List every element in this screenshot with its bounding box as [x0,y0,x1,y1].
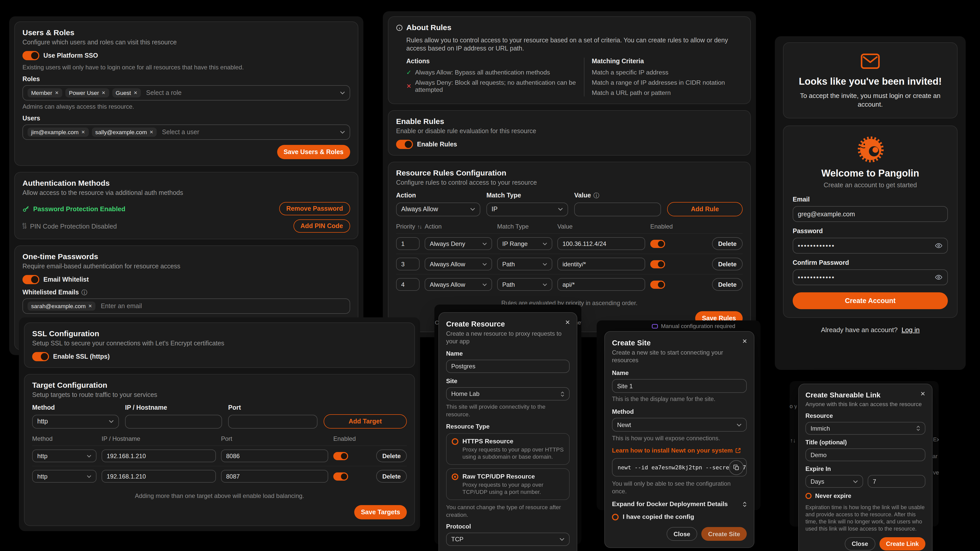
password-field[interactable]: •••••••••••• [793,238,948,254]
create-link-button[interactable]: Create Link [880,537,926,551]
users-multiselect[interactable]: jim@example.com✕ sally@example.com✕ Sele… [22,124,350,140]
port-input[interactable]: 8087 [221,470,328,483]
never-expire-radio[interactable] [805,493,811,499]
login-link[interactable]: Log in [902,326,920,333]
close-icon[interactable]: ✕ [920,390,925,397]
learn-newt-link[interactable]: Learn how to install Newt on your system [612,447,733,454]
method-select[interactable]: http [32,449,97,462]
rule-enabled-toggle[interactable] [650,280,665,289]
delete-target-button[interactable]: Delete [376,449,407,462]
value-input[interactable]: 100.36.112.4/24 [557,237,645,250]
card-users-roles: Users & Roles Configure which users and … [14,21,358,166]
copy-icon[interactable] [729,460,744,475]
match-select[interactable]: IP Range [497,237,552,250]
add-rule-button[interactable]: Add Rule [667,202,743,216]
value-input[interactable] [574,202,661,216]
method-select[interactable]: http [32,470,97,483]
target-enabled-toggle[interactable] [333,452,348,460]
host-input[interactable] [125,414,222,428]
roles-note: Admins can always access this resource. [22,103,350,111]
chevron-down-icon [482,283,487,286]
title-input[interactable]: Demo [805,448,925,461]
docker-expand-row[interactable]: Expand for Docker Deployment Details [612,500,747,508]
eye-icon[interactable] [935,243,942,248]
action-select[interactable]: Always Allow [425,278,492,291]
close-button[interactable]: Close [667,527,697,541]
welcome-subtitle: Create an account to get started [793,181,948,189]
chip-remove-icon[interactable]: ✕ [88,303,92,310]
action-select[interactable]: Always Allow [425,258,492,270]
https-resource-option[interactable]: HTTPS Resource Proxy requests to your ap… [446,433,570,465]
invite-subtitle: To accept the invite, you must login or … [792,91,949,109]
confirm-password-field[interactable]: •••••••••••• [793,269,948,285]
rule-enabled-toggle[interactable] [650,260,665,268]
add-target-button[interactable]: Add Target [324,414,407,429]
action-select[interactable]: Always Allow [396,202,480,216]
save-targets-button[interactable]: Save Targets [354,505,407,519]
match-select[interactable]: Path [497,278,552,291]
roles-multiselect[interactable]: Member✕ Power User✕ Guest✕ Select a role [22,85,350,100]
action-select[interactable]: Always Deny [425,237,492,250]
emails-input[interactable]: sarah@example.com✕ Enter an email [22,299,350,314]
match-select[interactable]: Path [497,258,552,270]
enable-ssl-toggle[interactable] [32,352,49,361]
resource-select[interactable]: Immich [805,422,925,435]
email-whitelist-toggle[interactable] [22,275,39,284]
use-platform-sso-toggle[interactable] [22,51,39,60]
sort-icon[interactable]: ↑↓ [417,224,422,230]
priority-input[interactable]: 3 [396,258,420,270]
delete-target-button[interactable]: Delete [376,470,407,483]
chip-remove-icon[interactable]: ✕ [55,89,59,97]
host-input[interactable]: 192.168.1.210 [102,470,216,483]
modal-title: Create Shareable Link [805,390,925,400]
priority-input[interactable]: 1 [396,237,420,250]
chip-remove-icon[interactable]: ✕ [150,129,153,136]
close-icon[interactable]: ✕ [742,338,747,345]
delete-rule-button[interactable]: Delete [712,237,743,250]
host-input[interactable]: 192.168.1.210 [102,449,216,462]
create-account-button[interactable]: Create Account [793,292,948,309]
raw-tcp-udp-option[interactable]: Raw TCP/UDP Resource Proxy requests to y… [446,468,570,500]
rule-enabled-toggle[interactable] [650,240,665,248]
site-select[interactable]: Home Lab [446,387,570,400]
delete-rule-button[interactable]: Delete [712,278,743,291]
chevron-down-icon [482,262,487,265]
protocol-select[interactable]: TCP [446,533,570,546]
chip-remove-icon[interactable]: ✕ [102,89,105,97]
chip-remove-icon[interactable]: ✕ [81,129,85,136]
method-select[interactable]: Newt [612,418,747,432]
enable-rules-toggle[interactable] [396,140,413,149]
port-input[interactable]: 8086 [221,449,328,462]
add-pin-code-button[interactable]: Add PIN Code [293,219,350,233]
expire-unit-select[interactable]: Days [805,475,863,488]
target-enabled-toggle[interactable] [333,472,348,480]
delete-rule-button[interactable]: Delete [712,258,743,270]
close-icon[interactable]: ✕ [565,319,570,326]
site-name-input[interactable]: Site 1 [612,379,747,393]
radio-checked-icon[interactable] [452,473,458,480]
chevron-down-icon [470,208,475,211]
port-input[interactable] [228,414,318,428]
option-title: Raw TCP/UDP Resource [463,473,535,480]
site-label: Site [446,378,570,385]
radio-icon[interactable] [452,438,458,445]
save-users-roles-button[interactable]: Save Users & Roles [277,145,350,159]
name-input[interactable]: Postgres [446,360,570,373]
expire-value-input[interactable]: 7 [868,475,925,488]
remove-password-button[interactable]: Remove Password [279,202,350,215]
match-type-select[interactable]: IP [487,202,568,216]
card-auth-methods: Authentication Methods Allow access to t… [14,172,358,239]
role-chip: Power User✕ [65,88,109,97]
email-field[interactable]: greg@example.com [793,206,948,222]
value-input[interactable]: identity/* [557,258,645,270]
option-desc: Proxy requests to your app over TCP/UDP … [463,482,564,495]
create-site-button[interactable]: Create Site [702,527,747,541]
card-title: About Rules [406,23,452,32]
chip-remove-icon[interactable]: ✕ [134,89,137,97]
copied-config-radio[interactable] [612,513,619,520]
value-input[interactable]: api/* [557,278,645,291]
close-button[interactable]: Close [845,537,875,551]
method-select[interactable]: http [32,414,119,428]
eye-icon[interactable] [935,275,942,280]
priority-input[interactable]: 4 [396,278,420,291]
